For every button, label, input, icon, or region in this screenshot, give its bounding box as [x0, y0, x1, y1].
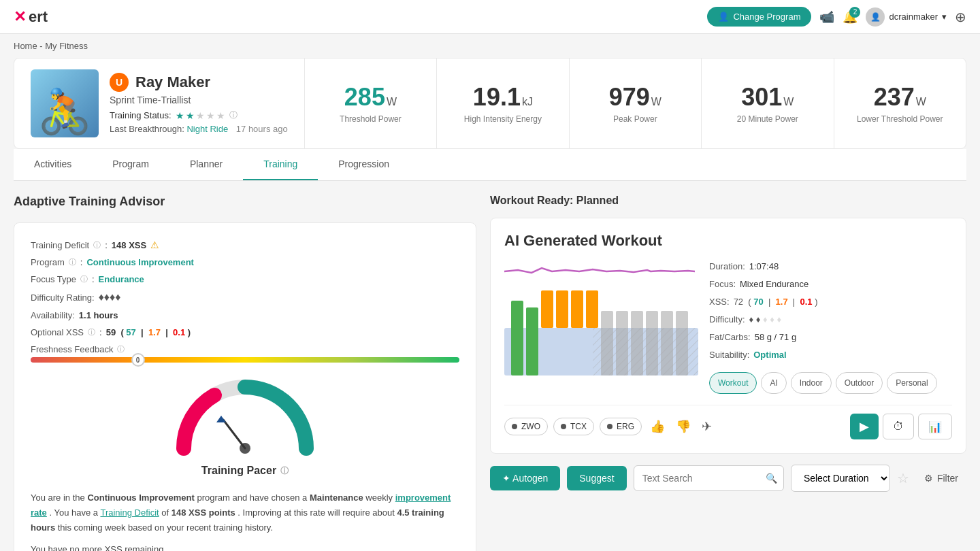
availability-row: Availability: 1.1 hours — [31, 310, 459, 320]
search-icon: 🔍 — [766, 473, 777, 484]
tab-planner[interactable]: Planner — [169, 149, 243, 180]
optional-xss-breakdown: ( 57 | 1.7 | 0.1 ) — [118, 327, 191, 337]
thumbs-up-button[interactable]: 👍 — [647, 416, 668, 437]
main-content: Adaptive Training Advisor Training Defic… — [0, 181, 980, 551]
training-status-help-icon[interactable]: ⓘ — [229, 110, 238, 121]
peak-label: Peak Power — [613, 114, 657, 124]
change-program-button[interactable]: 👤 Change Program — [707, 7, 811, 27]
tag-indoor[interactable]: Indoor — [791, 372, 832, 394]
training-pacer-gauge — [170, 373, 320, 462]
suggest-label: Suggest — [579, 473, 614, 484]
profile-section: 🚴 U Ray Maker Sprint Time-Triallist Trai… — [14, 58, 966, 149]
difficulty-dot-4: ♦ — [770, 314, 774, 324]
autogen-button[interactable]: ✦ Autogen — [490, 466, 560, 490]
tab-training[interactable]: Training — [243, 149, 318, 180]
stat-20min-power: 301W 20 Minute Power — [701, 59, 833, 148]
svg-rect-11 — [586, 290, 598, 328]
peak-power-value: 979W — [609, 83, 662, 112]
hi-label: High Intensity Energy — [464, 114, 542, 124]
workout-tags: Workout AI Indoor Outdoor Personal — [709, 372, 952, 394]
program-help-icon[interactable]: ⓘ — [69, 257, 76, 267]
focus-value: Mixed Endurance — [740, 276, 808, 293]
download-zwo-button[interactable]: ZWO — [504, 418, 548, 435]
freshness-row: Freshness Feedback ⓘ — [31, 344, 459, 354]
logo-text: ert — [29, 8, 48, 26]
video-icon-button[interactable]: 📹 — [819, 10, 834, 24]
stat-threshold-power: 285W Threshold Power — [304, 59, 436, 148]
download-tcx-button[interactable]: TCX — [553, 418, 594, 435]
program-value: Continuous Improvement — [86, 257, 193, 267]
freshness-help-icon[interactable]: ⓘ — [117, 344, 125, 354]
xss-row: XSS: 72 ( 70 | 1.7 | 0.1 ) — [709, 293, 952, 311]
pacer-section: Training Pacer ⓘ — [31, 373, 459, 477]
suggest-button[interactable]: Suggest — [567, 466, 626, 490]
stat-peak-power: 979W Peak Power — [569, 59, 701, 148]
profile-status-row: Training Status: ★ ★ ★ ★ ★ ⓘ — [110, 110, 288, 121]
user-menu[interactable]: 👤 dcrainmaker ▾ — [866, 7, 947, 27]
tag-personal[interactable]: Personal — [887, 372, 936, 394]
difficulty-detail-label: Difficulty: — [709, 311, 745, 329]
tab-progression[interactable]: Progression — [318, 149, 410, 180]
timer-button[interactable]: ⏱ — [883, 414, 914, 439]
star-3: ★ — [196, 110, 205, 121]
chart-button[interactable]: 📊 — [918, 414, 952, 439]
focus-type-help-icon[interactable]: ⓘ — [80, 274, 88, 284]
focus-row: Focus: Mixed Endurance — [709, 276, 952, 293]
thumbs-down-button[interactable]: 👎 — [673, 416, 693, 437]
tag-outdoor[interactable]: Outdoor — [836, 372, 883, 394]
breadcrumb-text: Home - My Fitness — [14, 41, 88, 51]
advisor-xss-bold: 148 XSS points — [172, 507, 235, 518]
svg-rect-7 — [526, 307, 538, 375]
tab-activities[interactable]: Activities — [14, 149, 92, 180]
training-deficit-help-icon[interactable]: ⓘ — [93, 240, 101, 250]
top-navigation: ✕ert 👤 Change Program 📹 🔔 2 👤 dcrainmake… — [0, 0, 980, 34]
add-button[interactable]: ⊕ — [955, 9, 966, 25]
training-status-label: Training Status: — [110, 110, 172, 120]
tag-workout[interactable]: Workout — [709, 372, 757, 394]
star-4: ★ — [206, 110, 215, 121]
play-button[interactable]: ▶ — [850, 414, 879, 439]
topnav-right: 👤 Change Program 📹 🔔 2 👤 dcrainmaker ▾ ⊕ — [707, 7, 966, 27]
advisor-card: Training Deficit ⓘ : 148 XSS ⚠ Program ⓘ… — [14, 222, 476, 551]
workout-actions: ZWO TCX ERG 👍 👎 ✈ ▶ ⏱ — [504, 405, 952, 439]
advisor-text-1: You are in the — [31, 492, 85, 503]
app-logo: ✕ert — [14, 8, 48, 26]
freshness-bar[interactable]: 0 — [31, 357, 459, 363]
share-button[interactable]: ✈ — [699, 416, 715, 437]
tcx-dot — [561, 424, 566, 429]
profile-breakthrough: Last Breakthrough: Night Ride 17 hours a… — [110, 124, 288, 134]
duration-select[interactable]: Select Duration 30 min 60 min 90 min — [791, 465, 890, 492]
hi-number: 19.1 — [473, 83, 521, 112]
notification-badge: 2 — [849, 7, 860, 18]
workout-line-chart — [504, 258, 695, 282]
deficit-link[interactable]: Training Deficit — [100, 507, 159, 518]
tab-program[interactable]: Program — [92, 149, 169, 180]
favorite-button[interactable]: ☆ — [897, 470, 909, 486]
suitability-value: Optimal — [753, 346, 786, 364]
workout-details: Duration: 1:07:48 Focus: Mixed Endurance… — [709, 258, 952, 394]
difficulty-diamonds: ♦♦♦♦ — [99, 291, 121, 303]
download-erg-button[interactable]: ERG — [600, 418, 642, 435]
lower-unit: W — [916, 96, 926, 108]
svg-rect-10 — [571, 290, 583, 328]
tag-ai[interactable]: AI — [761, 372, 786, 394]
advisor-maintenance-bold: Maintenance — [310, 492, 363, 503]
peak-number: 979 — [609, 83, 650, 112]
breakthrough-link[interactable]: Night Ride — [186, 124, 228, 134]
breadcrumb: Home - My Fitness — [0, 34, 980, 58]
filter-icon: ⚙ — [924, 473, 933, 484]
profile-name: Ray Maker — [135, 73, 210, 91]
workout-card-title: AI Generated Workout — [504, 232, 952, 250]
shield-letter: U — [116, 77, 122, 88]
advisor-text-2: program and have chosen a — [197, 492, 307, 503]
difficulty-detail-value: ♦ ♦ ♦ ♦ ♦ — [749, 311, 782, 329]
optional-xss-help-icon[interactable]: ⓘ — [88, 327, 95, 337]
search-input[interactable] — [634, 465, 784, 491]
advisor-text-6: . Improving at this rate will require ab… — [238, 507, 395, 518]
advisor-text-5: of — [161, 507, 169, 518]
difficulty-dot-3: ♦ — [763, 314, 768, 324]
pacer-help-icon[interactable]: ⓘ — [280, 465, 289, 477]
filter-button[interactable]: ⚙ Filter — [916, 467, 966, 489]
suitability-label: Suitability: — [709, 346, 749, 364]
notification-button[interactable]: 🔔 2 — [843, 10, 858, 24]
